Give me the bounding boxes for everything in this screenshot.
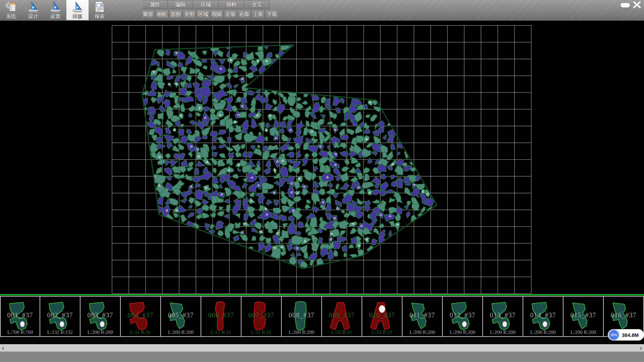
part-id-label: 009_#37	[322, 311, 362, 319]
part-id-label: 005_#37	[161, 311, 201, 319]
design-ruler-icon	[27, 1, 40, 13]
action-snap-right[interactable]: 右靠	[237, 10, 251, 19]
window-controls	[621, 1, 642, 9]
part-count-label: L:33 R:33	[362, 329, 402, 335]
strip-item[interactable]: 008_#37L:200 R:200	[282, 296, 322, 337]
nesting-canvas[interactable]	[0, 21, 644, 294]
toolbar: 系统 设计 设置	[0, 0, 644, 21]
settings-button-label: 设置	[50, 13, 60, 19]
report-doc-icon	[93, 1, 106, 13]
action-defect[interactable]: 瑕疵	[210, 10, 224, 19]
part-count-label: L:31 R:31	[121, 329, 160, 335]
strip-item[interactable]: 007_#37L:31 R:31	[241, 296, 282, 337]
system-button[interactable]: 系统	[0, 0, 22, 20]
nesting-button-label: 排版	[72, 13, 83, 19]
part-count-label: L:200 R:200	[80, 329, 120, 335]
nesting-ruler-icon	[71, 1, 84, 13]
design-button[interactable]: 设计	[22, 0, 44, 20]
action-cut-all[interactable]: 全割	[182, 10, 196, 19]
action-cluster-nest[interactable]: 聚排	[141, 10, 155, 19]
system-gear-icon	[5, 1, 17, 13]
memory-usage-label: 384.8M	[622, 332, 639, 338]
settings-ruler-icon	[49, 1, 62, 13]
strip-divider-line	[0, 294, 644, 295]
scroll-left-arrow-icon[interactable]: ‹	[0, 345, 6, 352]
nested-pieces	[140, 43, 434, 268]
strip-item[interactable]: 005_#37L:200 R:200	[161, 296, 201, 337]
strip-item[interactable]: 004_#37L:31 R:31	[121, 296, 161, 337]
part-id-label: 015_#37	[564, 311, 603, 319]
action-region[interactable]: 区域	[196, 10, 210, 19]
part-id-label: 006_#37	[201, 311, 241, 319]
action-camera[interactable]: 相机	[155, 10, 169, 19]
strip-item[interactable]: 011_#37L:200 R:200	[402, 296, 443, 337]
menu-tabs: 属性 编辑 区域 排料 交互	[142, 0, 270, 9]
nesting-button[interactable]: 排版	[66, 0, 89, 20]
design-button-label: 设计	[28, 13, 38, 19]
tab-nesting[interactable]: 排料	[219, 0, 244, 9]
part-count-label: L:200 R:200	[402, 329, 442, 335]
minimize-button[interactable]	[621, 3, 630, 8]
strip-item[interactable]: 013_#37L:200 R:200	[483, 296, 523, 337]
part-id-label: 002_#37	[40, 311, 80, 319]
part-count-label: L:200 R:200	[523, 329, 563, 335]
tab-properties[interactable]: 属性	[142, 0, 168, 9]
part-count-label: L:21 R:21	[201, 329, 241, 335]
tab-edit[interactable]: 编辑	[168, 0, 193, 9]
part-id-label: 014_#37	[523, 311, 563, 319]
tab-interactive[interactable]: 交互	[244, 0, 270, 9]
part-id-label: 011_#37	[402, 311, 442, 319]
settings-button[interactable]: 设置	[44, 0, 66, 20]
report-button-label: 报表	[95, 13, 105, 19]
action-snap-left[interactable]: 左靠	[224, 10, 237, 19]
strip-item[interactable]: 015_#37L:200 R:200	[564, 296, 604, 337]
horizontal-scrollbar[interactable]: ‹ ›	[0, 344, 644, 352]
strip-cells: 001_#37L:700 R:700002_#37L:132 R:132003_…	[0, 296, 644, 337]
status-bar	[0, 352, 644, 362]
part-id-label: 003_#37	[80, 311, 120, 319]
strip-item[interactable]: 012_#37L:200 R:200	[443, 296, 483, 337]
progress-circle: 38%	[608, 329, 619, 340]
strip-item[interactable]: 010_#37L:33 R:33	[362, 296, 402, 337]
action-buttons: 聚排 相机 选割 全割 区域 瑕疵 左靠 右靠 上靠 下靠	[141, 10, 279, 19]
nesting-canvas-svg	[0, 21, 644, 294]
strip-item[interactable]: 014_#37L:200 R:200	[523, 296, 564, 337]
part-count-label: L:700 R:700	[1, 329, 40, 335]
part-id-label: 008_#37	[282, 311, 321, 319]
part-count-label: L:200 R:200	[161, 329, 201, 335]
strip-item[interactable]: 006_#37L:21 R:21	[201, 296, 241, 337]
strip-item[interactable]: 009_#37L:32 R:31	[322, 296, 362, 337]
part-id-label: 004_#37	[121, 311, 160, 319]
part-count-label: L:31 R:31	[241, 329, 281, 335]
part-count-label: L:200 R:200	[443, 329, 482, 335]
app-mode-buttons: 系统 设计 设置	[0, 0, 111, 20]
strip-item[interactable]: 001_#37L:700 R:700	[0, 296, 40, 337]
part-id-label: 012_#37	[443, 311, 482, 319]
tab-region[interactable]: 区域	[193, 0, 219, 9]
part-count-label: L:200 R:200	[564, 329, 603, 335]
part-id-label: 001_#37	[1, 311, 40, 319]
system-button-label: 系统	[6, 13, 16, 19]
part-count-label: L:32 R:31	[322, 329, 362, 335]
part-id-label: 007_#37	[241, 311, 281, 319]
part-id-label: 010_#37	[362, 311, 402, 319]
status-badge[interactable]: 38% 384.8M	[608, 329, 644, 341]
part-count-label: L:200 R:200	[483, 329, 523, 335]
action-snap-down[interactable]: 下靠	[265, 10, 279, 19]
part-count-label: L:200 R:200	[282, 329, 321, 335]
parts-strip: 001_#37L:700 R:700002_#37L:132 R:132003_…	[0, 294, 644, 344]
action-select-cut[interactable]: 选割	[169, 10, 182, 19]
scroll-right-arrow-icon[interactable]: ›	[638, 345, 644, 352]
action-snap-up[interactable]: 上靠	[251, 10, 265, 19]
strip-item[interactable]: 003_#37L:200 R:200	[80, 296, 121, 337]
part-count-label: L:132 R:132	[40, 329, 80, 335]
close-button[interactable]	[632, 1, 642, 9]
part-id-label: 016_#37	[604, 311, 643, 319]
report-button[interactable]: 报表	[89, 0, 111, 20]
hide-contents	[134, 43, 443, 268]
part-id-label: 013_#37	[483, 311, 523, 319]
strip-item[interactable]: 002_#37L:132 R:132	[40, 296, 80, 337]
